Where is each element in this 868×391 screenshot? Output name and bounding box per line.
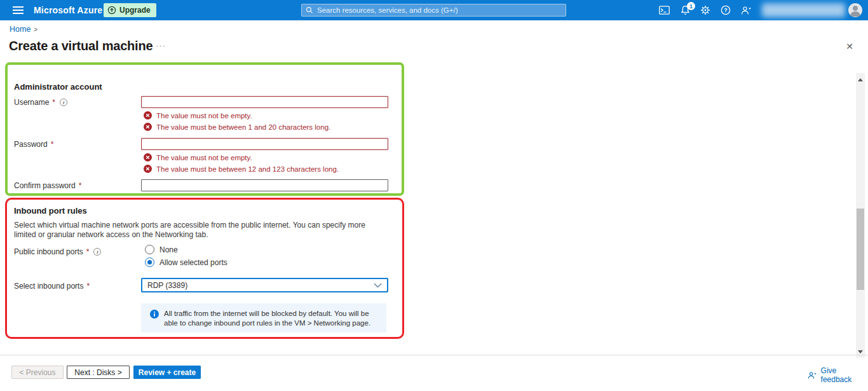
feedback-icon [808, 371, 817, 380]
required-asterisk: * [51, 140, 54, 149]
feedback-icon [741, 6, 752, 15]
search-input[interactable] [317, 6, 562, 14]
section-heading-administrator-account: Administrator account [14, 82, 102, 92]
hamburger-menu-button[interactable] [6, 0, 29, 20]
search-icon [306, 6, 313, 14]
create-vm-page: Microsoft Azure Upgrade 1 ? [0, 0, 868, 391]
select-inbound-ports-label: Select inbound ports* [14, 282, 90, 291]
inbound-info-box: All traffic from the internet will be bl… [141, 303, 386, 333]
radio-unselected-icon [145, 245, 154, 254]
radio-none-label: None [159, 245, 178, 254]
help-button[interactable]: ? [715, 0, 736, 20]
password-error-row: The value must not be empty. [144, 153, 252, 161]
required-asterisk: * [86, 247, 90, 256]
close-icon[interactable]: ✕ [844, 41, 855, 52]
upgrade-label: Upgrade [119, 6, 151, 15]
previous-button[interactable]: < Previous [11, 366, 64, 379]
upgrade-button[interactable]: Upgrade [104, 3, 156, 17]
username-error-row: The value must be between 1 and 20 chara… [144, 123, 330, 131]
more-options-button[interactable]: ··· [156, 41, 166, 50]
required-asterisk: * [52, 98, 55, 107]
error-icon [144, 165, 152, 173]
radio-option-none[interactable]: None [145, 245, 178, 254]
password-error-row: The value must be between 12 and 123 cha… [144, 165, 339, 173]
vertical-scrollbar[interactable] [856, 73, 865, 358]
confirm-password-input[interactable] [141, 179, 388, 191]
inbound-info-text: All traffic from the internet will be bl… [164, 309, 374, 333]
help-icon: ? [721, 5, 731, 15]
svg-text:?: ? [724, 7, 728, 13]
notification-count-badge: 1 [687, 2, 695, 10]
required-asterisk: * [79, 181, 82, 190]
next-disks-button[interactable]: Next : Disks > [67, 366, 130, 379]
cloud-shell-button[interactable] [654, 0, 674, 20]
account-info-redacted [762, 3, 845, 17]
public-inbound-ports-label: Public inbound ports* i [14, 247, 101, 256]
dropdown-selected-value: RDP (3389) [147, 281, 187, 290]
footer-divider [0, 355, 868, 355]
brand-microsoft-azure[interactable]: Microsoft Azure [34, 0, 102, 20]
radio-option-allow-selected-ports[interactable]: Allow selected ports [145, 257, 227, 267]
select-inbound-ports-dropdown[interactable]: RDP (3389) [141, 278, 388, 292]
inbound-description: Select which virtual machine network por… [14, 221, 389, 239]
hamburger-icon [13, 4, 24, 16]
page-title: Create a virtual machine [9, 39, 153, 53]
info-icon [150, 310, 159, 319]
password-label: Password* [14, 140, 53, 149]
scrollbar-thumb[interactable] [857, 209, 864, 290]
avatar-person-icon [848, 3, 862, 17]
upgrade-arrow-icon [107, 6, 116, 15]
gear-icon [700, 5, 710, 15]
azure-top-bar: Microsoft Azure Upgrade 1 ? [0, 0, 868, 20]
password-input[interactable] [141, 138, 388, 150]
username-error-length: The value must be between 1 and 20 chara… [156, 123, 330, 131]
breadcrumb-chevron-icon: > [34, 26, 37, 33]
username-label: Username* i [14, 98, 67, 107]
scrollbar-up-arrow[interactable] [856, 74, 865, 85]
username-error-row: The value must not be empty. [144, 111, 252, 120]
review-create-button[interactable]: Review + create [133, 366, 201, 379]
password-error-empty: The value must not be empty. [156, 154, 252, 161]
cloud-shell-icon [659, 6, 670, 15]
avatar[interactable] [848, 3, 862, 17]
username-info-icon[interactable]: i [60, 99, 67, 106]
chevron-down-icon [374, 283, 382, 288]
public-inbound-ports-info-icon[interactable]: i [93, 248, 101, 256]
error-icon [144, 153, 152, 161]
error-icon [144, 111, 152, 120]
settings-button[interactable] [695, 0, 715, 20]
radio-allow-label: Allow selected ports [159, 258, 227, 267]
section-heading-inbound-port-rules: Inbound port rules [14, 206, 87, 216]
give-feedback-link[interactable]: Give feedback [808, 366, 868, 384]
breadcrumb: Home > [10, 25, 37, 34]
username-input[interactable] [141, 96, 388, 108]
global-search[interactable] [301, 4, 566, 17]
required-asterisk: * [86, 282, 90, 291]
feedback-button[interactable] [736, 0, 756, 20]
error-icon [144, 123, 152, 131]
give-feedback-label: Give feedback [821, 366, 868, 384]
username-error-empty: The value must not be empty. [156, 112, 252, 120]
breadcrumb-home-link[interactable]: Home [10, 25, 31, 34]
radio-selected-icon [145, 257, 154, 267]
password-error-length: The value must be between 12 and 123 cha… [156, 165, 339, 173]
confirm-password-label: Confirm password* [14, 181, 81, 190]
